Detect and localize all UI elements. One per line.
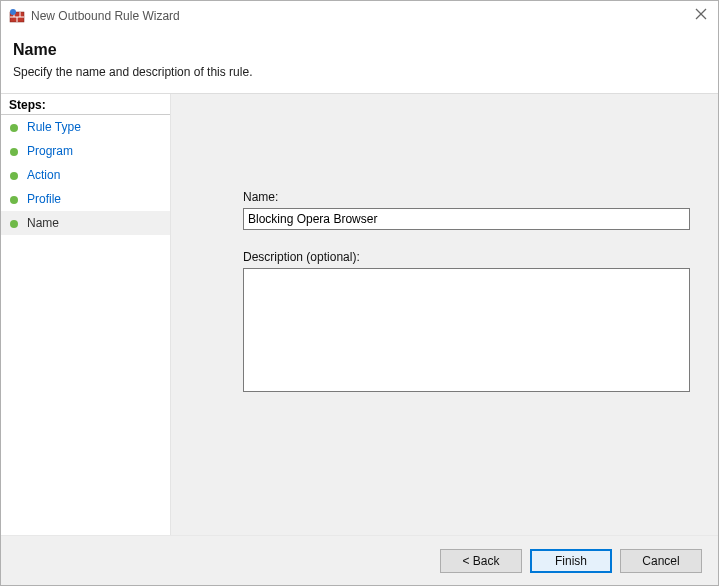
name-input[interactable] <box>243 208 690 230</box>
step-label: Rule Type <box>27 120 81 134</box>
bullet-icon <box>9 218 19 228</box>
finish-button[interactable]: Finish <box>530 549 612 573</box>
bullet-icon <box>9 146 19 156</box>
step-name[interactable]: Name <box>1 211 170 235</box>
step-label: Name <box>27 216 59 230</box>
bullet-icon <box>9 170 19 180</box>
bullet-icon <box>9 194 19 204</box>
wizard-window: New Outbound Rule Wizard Name Specify th… <box>0 0 719 586</box>
step-rule-type[interactable]: Rule Type <box>1 115 170 139</box>
close-icon[interactable] <box>694 7 708 21</box>
name-label: Name: <box>243 190 690 204</box>
step-label: Program <box>27 144 73 158</box>
step-label: Action <box>27 168 60 182</box>
page-subtitle: Specify the name and description of this… <box>13 65 706 79</box>
description-textarea[interactable] <box>243 268 690 392</box>
bullet-icon <box>9 122 19 132</box>
cancel-button[interactable]: Cancel <box>620 549 702 573</box>
back-button[interactable]: < Back <box>440 549 522 573</box>
step-label: Profile <box>27 192 61 206</box>
description-label: Description (optional): <box>243 250 690 264</box>
step-program[interactable]: Program <box>1 139 170 163</box>
svg-point-8 <box>10 124 18 132</box>
svg-point-5 <box>10 9 16 15</box>
content-panel: Name: Description (optional): <box>171 94 718 535</box>
step-profile[interactable]: Profile <box>1 187 170 211</box>
steps-heading: Steps: <box>1 94 170 115</box>
svg-point-11 <box>10 196 18 204</box>
steps-sidebar: Steps: Rule Type Program Action <box>1 94 171 535</box>
wizard-footer: < Back Finish Cancel <box>1 535 718 585</box>
svg-point-12 <box>10 220 18 228</box>
step-action[interactable]: Action <box>1 163 170 187</box>
svg-point-10 <box>10 172 18 180</box>
wizard-body: Steps: Rule Type Program Action <box>1 94 718 535</box>
page-title: Name <box>13 41 706 59</box>
wizard-header: Name Specify the name and description of… <box>1 31 718 94</box>
firewall-icon <box>9 8 25 24</box>
svg-point-9 <box>10 148 18 156</box>
titlebar: New Outbound Rule Wizard <box>1 1 718 31</box>
window-title: New Outbound Rule Wizard <box>31 9 180 23</box>
